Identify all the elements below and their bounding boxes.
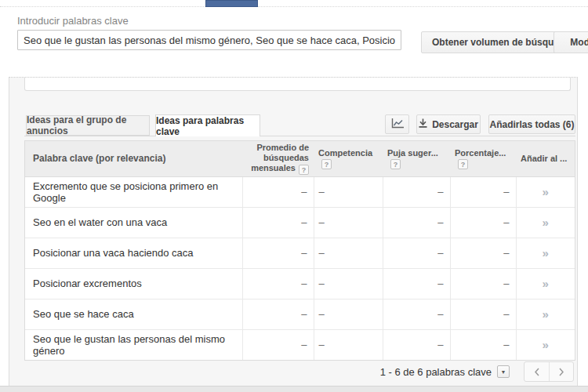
impression-share-cell: – — [450, 176, 516, 207]
competition-cell: – — [314, 176, 383, 207]
page-size-dropdown[interactable]: ▼ — [497, 365, 510, 378]
add-to-plan-cell: » — [516, 268, 575, 299]
avg-searches-cell: – — [242, 299, 314, 329]
competition-cell: – — [314, 329, 383, 360]
download-icon — [419, 118, 427, 130]
chevron-right-icon — [558, 368, 564, 376]
suggested-bid-cell: – — [383, 207, 450, 238]
keyword-ideas-table: Palabra clave (por relevancia) Promedio … — [24, 140, 575, 361]
add-keyword-button[interactable]: » — [543, 216, 549, 229]
header-add-to-plan[interactable]: Añadir al ... — [516, 141, 575, 176]
add-to-plan-cell: » — [516, 299, 575, 329]
table-row: Posicionar una vaca haciendo caca – – – … — [25, 238, 575, 268]
keyword-cell: Seo en el water con una vaca — [25, 207, 242, 238]
suggested-bid-cell: – — [383, 268, 450, 299]
competition-cell: – — [314, 238, 383, 268]
keyword-cell: Seo que se hace caca — [25, 299, 242, 329]
impression-share-cell: – — [450, 207, 516, 238]
add-to-plan-cell: » — [516, 207, 575, 238]
keyword-cell: Excremento que se posiciona primero en G… — [25, 176, 242, 207]
keyword-cell: Posicionar excrementos — [25, 268, 242, 299]
impression-share-cell: – — [450, 268, 516, 299]
competition-cell: – — [314, 268, 383, 299]
keyword-cell: Posicionar una vaca haciendo caca — [25, 238, 242, 268]
add-to-plan-cell: » — [516, 176, 575, 207]
help-icon[interactable]: ? — [321, 159, 332, 169]
suggested-bid-cell: – — [383, 176, 450, 207]
help-icon[interactable]: ? — [299, 165, 309, 175]
download-button[interactable]: Descargar — [416, 114, 481, 134]
pagination-nav — [524, 361, 574, 382]
add-keyword-button[interactable]: » — [543, 246, 549, 260]
next-page-button[interactable] — [549, 362, 573, 381]
top-dotted-divider — [0, 6, 588, 7]
tab-label: Ideas para el grupo de anuncios — [27, 114, 149, 136]
table-header-row: Palabra clave (por relevancia) Promedio … — [25, 141, 575, 176]
header-competition[interactable]: Competencia? — [314, 141, 383, 176]
keyword-input[interactable] — [17, 30, 401, 50]
tab-ad-group-ideas[interactable]: Ideas para el grupo de anuncios — [26, 115, 150, 136]
add-keyword-button[interactable]: » — [543, 338, 549, 351]
keyword-cell: Seo que le gustan las personas del mismo… — [25, 329, 242, 360]
results-panel: Ideas para el grupo de anuncios Ideas pa… — [9, 77, 578, 386]
table-row: Excremento que se posiciona primero en G… — [25, 176, 575, 207]
header-keyword[interactable]: Palabra clave (por relevancia) — [25, 141, 242, 176]
avg-searches-cell: – — [242, 176, 314, 207]
prev-page-button[interactable] — [524, 362, 549, 381]
add-keyword-button[interactable]: » — [543, 277, 549, 290]
add-keyword-button[interactable]: » — [543, 185, 549, 198]
add-to-plan-cell: » — [516, 329, 575, 360]
header-suggested-bid[interactable]: Puja suger...? — [383, 141, 450, 176]
tab-keyword-ideas[interactable]: Ideas para palabras clave — [155, 114, 260, 136]
add-all-button[interactable]: Añadirlas todas (6) — [488, 114, 575, 134]
impression-share-cell: – — [450, 238, 516, 268]
table-row: Seo que se hace caca – – – – » — [25, 299, 575, 329]
modify-search-button[interactable]: Modificar — [554, 31, 588, 53]
scrollbar-thumb[interactable] — [205, 0, 258, 7]
help-icon[interactable]: ? — [390, 159, 401, 169]
table-row: Seo que le gustan las personas del mismo… — [25, 329, 575, 360]
pagination-summary: 1 - 6 de 6 palabras clave — [380, 366, 492, 378]
header-avg-monthly-searches[interactable]: Promedio de búsquedas mensuales? — [242, 141, 314, 176]
avg-searches-cell: – — [242, 268, 314, 299]
competition-cell: – — [314, 207, 383, 238]
pagination: 1 - 6 de 6 palabras clave ▼ — [380, 361, 574, 382]
download-label: Descargar — [432, 119, 478, 130]
help-icon[interactable]: ? — [458, 159, 468, 169]
table-row: Seo en el water con una vaca – – – – » — [25, 207, 575, 238]
competition-cell: – — [314, 299, 383, 329]
trend-chart-button[interactable] — [385, 114, 409, 134]
suggested-bid-cell: – — [383, 238, 450, 268]
avg-searches-cell: – — [242, 207, 314, 238]
avg-searches-cell: – — [242, 329, 314, 360]
impression-share-cell: – — [450, 329, 516, 360]
add-to-plan-cell: » — [516, 238, 575, 268]
targeting-box-bottom — [24, 78, 571, 91]
avg-searches-cell: – — [242, 238, 314, 268]
line-chart-icon — [391, 118, 404, 131]
chevron-left-icon — [534, 368, 540, 376]
bottom-bar — [0, 386, 588, 392]
add-keyword-button[interactable]: » — [543, 307, 549, 321]
chevron-down-icon: ▼ — [501, 369, 506, 375]
suggested-bid-cell: – — [383, 329, 450, 360]
keyword-input-label: Introducir palabras clave — [17, 15, 129, 27]
tab-label: Ideas para palabras clave — [156, 115, 260, 137]
impression-share-cell: – — [450, 299, 516, 329]
suggested-bid-cell: – — [383, 299, 450, 329]
header-impression-share[interactable]: Porcentaje...? — [450, 141, 516, 176]
table-row: Posicionar excrementos – – – – » — [25, 268, 575, 299]
